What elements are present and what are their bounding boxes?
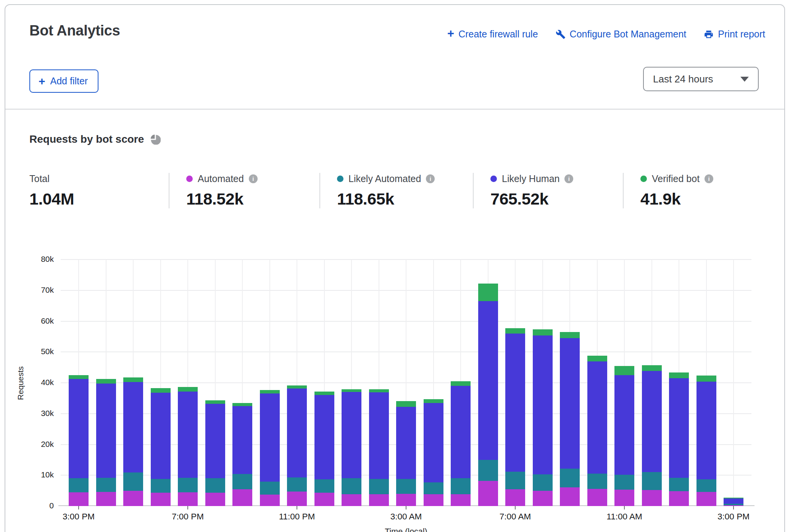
bar-segment-likely-automated bbox=[696, 479, 716, 492]
x-tick-label: 3:00 PM bbox=[701, 512, 766, 522]
y-tick-label: 80k bbox=[29, 255, 54, 264]
bar-segment-likely-human bbox=[342, 392, 361, 478]
add-filter-button[interactable]: + Add filter bbox=[29, 69, 98, 93]
stat-verified-bot: Verified boti41.9k bbox=[623, 173, 783, 208]
stat-automated: Automatedi118.52k bbox=[169, 173, 319, 208]
bar-segment-verified-bot bbox=[614, 366, 634, 375]
bar-segment-automated bbox=[260, 495, 280, 506]
bar-segment-likely-human bbox=[724, 498, 743, 504]
y-tick-label: 10k bbox=[29, 470, 54, 479]
bar-segment-automated bbox=[560, 487, 580, 506]
x-tick-mark bbox=[187, 506, 188, 509]
bar-segment-automated bbox=[178, 492, 198, 506]
bar-segment-automated bbox=[669, 491, 689, 506]
x-tick-label: 7:00 AM bbox=[483, 512, 548, 522]
bar-segment-likely-human bbox=[642, 371, 662, 472]
printer-icon bbox=[704, 29, 714, 39]
stat-value: 41.9k bbox=[640, 190, 775, 208]
action-print-report[interactable]: Print report bbox=[704, 29, 765, 40]
bar-segment-automated bbox=[287, 492, 307, 506]
stats-row: Total 1.04M Automatedi118.52kLikely Auto… bbox=[29, 173, 784, 208]
bar-segment-likely-human bbox=[232, 406, 252, 474]
page-title: Bot Analytics bbox=[29, 23, 120, 39]
bar-segment-verified-bot bbox=[451, 381, 471, 386]
bar-segment-likely-human bbox=[260, 393, 280, 482]
wrench-icon bbox=[556, 29, 566, 39]
action-configure-bot-management[interactable]: Configure Bot Management bbox=[556, 29, 687, 40]
bar-segment-likely-automated bbox=[451, 478, 471, 494]
info-icon[interactable]: i bbox=[426, 174, 435, 183]
x-tick-label: 7:00 PM bbox=[155, 512, 220, 522]
stat-label: Likely Human bbox=[502, 173, 559, 184]
y-tick-label: 60k bbox=[29, 316, 54, 326]
bar-segment-verified-bot bbox=[533, 329, 553, 335]
bot-analytics-card: Bot Analytics +Create firewall ruleConfi… bbox=[5, 4, 785, 532]
bar-segment-automated bbox=[96, 492, 116, 506]
time-range-select[interactable]: Last 24 hours bbox=[643, 67, 759, 91]
bar-segment-verified-bot bbox=[587, 356, 607, 361]
bar-segment-verified-bot bbox=[724, 498, 743, 498]
x-tick-mark bbox=[515, 506, 516, 509]
bar-segment-automated bbox=[151, 493, 171, 506]
bar-segment-likely-automated bbox=[178, 478, 198, 492]
action-label: Create firewall rule bbox=[458, 29, 538, 40]
bar-segment-likely-human bbox=[205, 404, 225, 478]
action-create-firewall-rule[interactable]: +Create firewall rule bbox=[447, 29, 538, 40]
stat-total-label: Total bbox=[29, 173, 50, 184]
card-header: Bot Analytics +Create firewall ruleConfi… bbox=[5, 5, 784, 110]
x-tick-mark bbox=[406, 506, 406, 509]
stat-label: Verified bot bbox=[652, 173, 700, 184]
bar-segment-verified-bot bbox=[478, 284, 498, 301]
bar-segment-verified-bot bbox=[205, 400, 225, 404]
add-filter-label: Add filter bbox=[50, 76, 88, 87]
y-tick-label: 70k bbox=[29, 285, 54, 295]
bar-segment-likely-human bbox=[696, 382, 716, 479]
legend-dot bbox=[490, 176, 497, 182]
bar-segment-likely-automated bbox=[232, 474, 252, 489]
bar-segment-automated bbox=[369, 494, 389, 506]
y-tick-label: 40k bbox=[29, 378, 54, 387]
stat-label: Likely Automated bbox=[348, 173, 421, 184]
bar-segment-likely-automated bbox=[533, 474, 553, 491]
bar-segment-likely-automated bbox=[669, 478, 689, 492]
bar-segment-likely-automated bbox=[369, 479, 389, 494]
bar-segment-likely-automated bbox=[505, 472, 525, 490]
bar-segment-automated bbox=[69, 492, 89, 506]
bar-segment-automated bbox=[614, 490, 634, 506]
bar-segment-likely-automated bbox=[342, 478, 361, 494]
bar-segment-likely-human bbox=[451, 386, 471, 478]
info-icon[interactable]: i bbox=[705, 174, 713, 183]
bar-segment-likely-automated bbox=[287, 477, 307, 492]
bar-segment-likely-human bbox=[369, 392, 389, 479]
y-tick-label: 30k bbox=[29, 409, 54, 418]
bar-segment-verified-bot bbox=[287, 385, 307, 389]
bar-segment-automated bbox=[123, 491, 143, 506]
card-body: Requests by bot score Total 1.04M Automa… bbox=[5, 110, 784, 208]
chevron-down-icon bbox=[740, 77, 749, 82]
bar-segment-likely-automated bbox=[69, 478, 89, 492]
bar-segment-likely-automated bbox=[587, 474, 607, 489]
stat-value: 765.52k bbox=[490, 190, 615, 208]
plus-icon: + bbox=[39, 77, 45, 86]
bar-segment-likely-automated bbox=[314, 479, 334, 493]
bar-segment-likely-human bbox=[151, 393, 171, 479]
stat-value: 118.52k bbox=[186, 190, 312, 208]
bar-segment-verified-bot bbox=[314, 392, 334, 395]
bar-segment-likely-human bbox=[287, 389, 307, 477]
bar-segment-likely-human bbox=[478, 301, 498, 460]
section-title-row: Requests by bot score bbox=[29, 133, 784, 145]
bar-segment-likely-human bbox=[178, 392, 198, 478]
bar-segment-likely-human bbox=[123, 382, 143, 472]
legend-dot bbox=[337, 176, 343, 182]
bar-segment-likely-automated bbox=[614, 475, 634, 490]
bar-segment-verified-bot bbox=[642, 365, 662, 371]
stat-total-value: 1.04M bbox=[29, 190, 161, 208]
plus-icon: + bbox=[447, 29, 454, 40]
bar-segment-verified-bot bbox=[96, 379, 116, 383]
info-icon[interactable]: i bbox=[564, 174, 573, 183]
time-range-value: Last 24 hours bbox=[653, 73, 713, 85]
x-tick-mark bbox=[297, 506, 297, 509]
x-tick-mark bbox=[78, 506, 79, 509]
stat-total: Total 1.04M bbox=[29, 173, 169, 208]
info-icon[interactable]: i bbox=[249, 174, 258, 183]
